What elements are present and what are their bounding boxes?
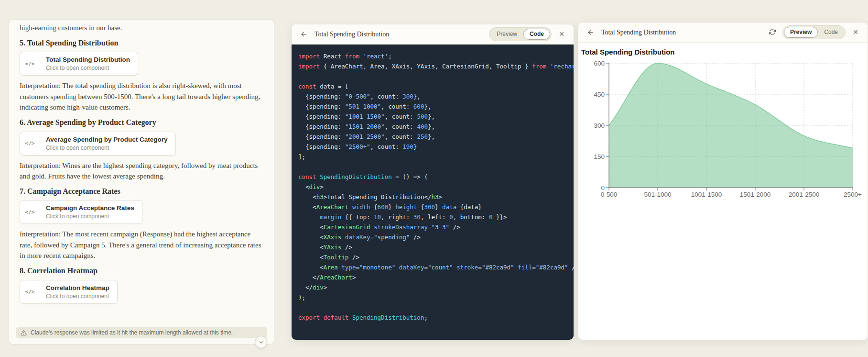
code-line: const data = [ <box>298 81 574 91</box>
artifact-card-title: Average Spending by Product Category <box>46 136 168 143</box>
section-heading-total-spending: 5. Total Spending Distribution <box>20 38 263 48</box>
code-line: const SpendingDistribution = () => ( <box>298 172 574 182</box>
preview-panel-title: Total Spending Distribution <box>601 29 676 36</box>
svg-text:300: 300 <box>594 122 605 129</box>
svg-text:600: 600 <box>594 60 605 67</box>
code-line: <Area type="monotone" dataKey="count" st… <box>298 262 574 272</box>
code-icon: </> <box>20 132 40 155</box>
code-toggle-button[interactable]: Code <box>818 27 844 37</box>
artifact-card-title: Total Spending Distribution <box>46 56 130 63</box>
code-line: {spending: "501-1000", count: 600}, <box>298 101 574 112</box>
svg-text:0: 0 <box>601 184 605 191</box>
code-editor[interactable]: import React from 'react';import { AreaC… <box>292 45 574 340</box>
code-line: </div> <box>298 282 574 292</box>
preview-panel: Total Spending Distribution Preview Code… <box>578 22 868 340</box>
code-line: ]; <box>298 152 574 162</box>
scroll-to-bottom-button[interactable] <box>255 336 267 348</box>
code-line: <Tooltip /> <box>298 252 574 262</box>
code-line: ); <box>298 292 574 302</box>
code-content: import React from 'react';import { AreaC… <box>298 51 574 323</box>
code-line <box>298 162 574 172</box>
artifact-card-subtitle: Click to open component <box>46 65 130 71</box>
close-button[interactable] <box>849 26 862 38</box>
svg-text:1501-2000: 1501-2000 <box>740 191 771 198</box>
code-line <box>298 302 574 312</box>
artifact-card-subtitle: Click to open component <box>46 293 109 300</box>
code-line: <XAxis dataKey="spending" /> <box>298 232 574 242</box>
code-line: {spending: "0-500", count: 300}, <box>298 91 574 101</box>
refresh-icon <box>769 29 776 35</box>
arrow-left-icon <box>300 31 307 38</box>
svg-text:2500+: 2500+ <box>844 191 862 198</box>
section-heading-correlation-heatmap: 8. Correlation Heatmap <box>20 266 263 276</box>
code-line: <AreaChart width={600} height={300} data… <box>298 202 574 212</box>
back-button[interactable] <box>584 26 597 39</box>
interpretation-paragraph: Interpretation: Wines are the highest sp… <box>20 160 263 182</box>
arrow-left-icon <box>587 29 594 36</box>
chat-top-text: high-earning customers in our base. <box>20 22 263 33</box>
section-heading-average-spending: 6. Average Spending by Product Category <box>20 118 263 128</box>
refresh-button[interactable] <box>766 26 779 38</box>
view-toggle: Preview Code <box>782 25 846 39</box>
app: high-earning customers in our base. 5. T… <box>0 0 868 357</box>
code-line: <h3>Total Spending Distribution</h3> <box>298 192 574 202</box>
artifact-card-subtitle: Click to open component <box>46 145 168 151</box>
view-toggle: Preview Code <box>489 27 552 41</box>
warning-icon <box>21 330 27 336</box>
artifact-card-average-spending[interactable]: </> Average Spending by Product Category… <box>20 132 176 156</box>
code-icon: </> <box>20 201 40 223</box>
warning-text: Claude's response was limited as it hit … <box>31 329 233 336</box>
section-heading-campaign-acceptance: 7. Campaign Acceptance Rates <box>20 187 263 197</box>
code-line: {spending: "2500+", count: 190} <box>298 142 574 152</box>
code-icon: </> <box>20 280 40 303</box>
chat-panel: high-earning customers in our base. 5. T… <box>9 19 274 345</box>
response-limit-warning: Claude's response was limited as it hit … <box>16 327 267 338</box>
code-line: {spending: "1501-2000", count: 400}, <box>298 122 574 132</box>
code-toggle-button[interactable]: Code <box>523 29 550 39</box>
code-line: {spending: "2001-2500", count: 250}, <box>298 132 574 142</box>
area-chart: 01503004506000-500501-10001001-15001501-… <box>580 58 867 202</box>
close-icon <box>852 29 859 35</box>
code-panel-title: Total Spending Distribution <box>315 31 389 38</box>
artifact-card-title: Correlation Heatmap <box>46 284 109 291</box>
code-line: import { AreaChart, Area, XAxis, YAxis, … <box>298 61 574 71</box>
svg-text:1001-1500: 1001-1500 <box>691 191 722 198</box>
artifact-card-title: Campaign Acceptance Rates <box>46 204 134 212</box>
artifact-card-total-spending-distribution[interactable]: </> Total Spending Distribution Click to… <box>20 52 138 76</box>
code-line: export default SpendingDistribution; <box>298 312 574 323</box>
code-line: {spending: "1001-1500", count: 500}, <box>298 112 574 122</box>
svg-text:450: 450 <box>594 91 605 98</box>
interpretation-paragraph: Interpretation: The total spending distr… <box>20 80 263 113</box>
code-line: <CartesianGrid strokeDasharray="3 3" /> <box>298 222 574 232</box>
code-line: <YAxis /> <box>298 242 574 252</box>
code-line: margin={{ top: 10, right: 30, left: 0, b… <box>298 212 574 222</box>
interpretation-paragraph: Interpretation: The most recent campaign… <box>20 229 263 261</box>
chart-title: Total Spending Distribution <box>581 48 868 56</box>
artifact-card-correlation-heatmap[interactable]: </> Correlation Heatmap Click to open co… <box>20 280 118 304</box>
preview-toggle-button[interactable]: Preview <box>784 27 818 37</box>
close-button[interactable] <box>555 28 568 40</box>
back-button[interactable] <box>297 28 310 41</box>
chat-content: high-earning customers in our base. 5. T… <box>9 20 274 325</box>
svg-text:150: 150 <box>594 153 605 160</box>
chevron-down-icon <box>258 339 264 346</box>
svg-text:0-500: 0-500 <box>601 191 618 198</box>
code-line: <div> <box>298 182 574 192</box>
artifact-card-campaign-acceptance[interactable]: </> Campaign Acceptance Rates Click to o… <box>20 200 142 224</box>
svg-text:2001-2500: 2001-2500 <box>789 191 820 198</box>
svg-text:501-1000: 501-1000 <box>644 191 671 198</box>
artifact-card-subtitle: Click to open component <box>46 213 134 220</box>
code-panel: Total Spending Distribution Preview Code… <box>291 24 574 340</box>
artifact-preview: Total Spending Distribution 015030045060… <box>578 43 868 340</box>
code-line: </AreaChart> <box>298 272 574 282</box>
code-line <box>298 71 574 81</box>
close-icon <box>558 31 565 37</box>
preview-toggle-button[interactable]: Preview <box>490 29 523 39</box>
preview-panel-header: Total Spending Distribution Preview Code <box>578 22 868 43</box>
code-line: import React from 'react'; <box>298 51 574 61</box>
code-panel-header: Total Spending Distribution Preview Code <box>292 24 574 45</box>
code-icon: </> <box>20 52 40 75</box>
